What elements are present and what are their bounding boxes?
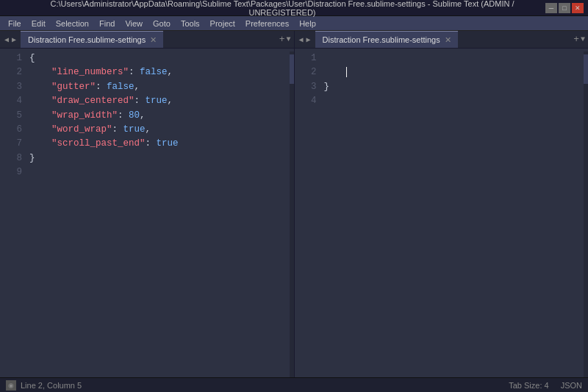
tab-size: Tab Size: 4: [509, 381, 548, 390]
maximize-button[interactable]: □: [559, 3, 570, 13]
menu-item-preferences[interactable]: Preferences: [240, 18, 294, 29]
right-arrow[interactable]: ▶: [10, 35, 18, 44]
status-bar: ◉ Line 2, Column 5 Tab Size: 4 JSON: [0, 377, 588, 392]
token: :: [118, 110, 129, 121]
left-chevron-icon[interactable]: ▼: [286, 35, 290, 43]
left-minimap-visible: [290, 54, 294, 84]
token: "word_wrap": [51, 124, 112, 135]
right-tab-nav: ◀ ▶ Distraction Free.sublime-settings ✕ …: [295, 31, 589, 48]
token: ,: [140, 110, 146, 121]
title-bar: C:\Users\Administrator\AppData\Roaming\S…: [0, 0, 588, 16]
menu-item-view[interactable]: View: [120, 18, 148, 29]
code-line: "gutter": false,: [29, 80, 287, 94]
line-number: 4: [298, 94, 317, 108]
right-minimap-visible: [584, 54, 588, 84]
line-number: 4: [3, 94, 22, 108]
left-tab-nav: ◀ ▶ Distraction Free.sublime-settings ✕ …: [0, 31, 295, 48]
menu-item-help[interactable]: Help: [294, 18, 321, 29]
token: }: [29, 153, 35, 163]
token: ,: [135, 82, 140, 92]
menu-item-file[interactable]: File: [3, 18, 26, 29]
status-icon: ◉: [6, 380, 16, 391]
right-pane-controls: + ▼: [570, 34, 588, 45]
line-number: 3: [298, 80, 317, 94]
code-line: "scroll_past_end": true: [29, 137, 287, 151]
right-nav-arrows[interactable]: ◀ ▶: [295, 35, 315, 44]
status-right: Tab Size: 4 JSON: [509, 381, 582, 390]
token: true: [157, 138, 179, 149]
token: "scroll_past_end": [51, 138, 146, 149]
line-number: 3: [3, 80, 22, 94]
left-nav-arrows[interactable]: ◀ ▶: [0, 35, 21, 44]
right-code-area: 1234 }: [295, 49, 589, 377]
window-title: C:\Users\Administrator\AppData\Roaming\S…: [19, 0, 545, 17]
right-plus-icon[interactable]: +: [573, 34, 579, 45]
token: :: [146, 138, 157, 149]
right-tab-close[interactable]: ✕: [444, 35, 452, 45]
token: false: [107, 82, 135, 92]
right-tab-label: Distraction Free.sublime-settings: [323, 35, 440, 44]
syntax: JSON: [561, 381, 582, 390]
code-line: [29, 165, 287, 179]
left-plus-icon[interactable]: +: [279, 34, 285, 45]
token: {: [29, 53, 35, 63]
menu-item-selection[interactable]: Selection: [51, 18, 94, 29]
left-arrow[interactable]: ◀: [3, 35, 10, 44]
line-number: 1: [298, 51, 317, 65]
code-line: "draw_centered": true,: [29, 94, 287, 108]
menu-bar: FileEditSelectionFindViewGotoToolsProjec…: [0, 16, 588, 31]
tab-bar: ◀ ▶ Distraction Free.sublime-settings ✕ …: [0, 31, 588, 49]
token: :: [135, 96, 146, 106]
menu-item-find[interactable]: Find: [94, 18, 120, 29]
code-line: "word_wrap": true,: [29, 123, 287, 137]
right-line-numbers: 1234: [295, 51, 321, 377]
left-code-content[interactable]: { "line_numbers": false, "gutter": false…: [26, 51, 290, 377]
left-editor-pane[interactable]: 123456789 { "line_numbers": false, "gutt…: [0, 49, 295, 377]
token: "draw_centered": [51, 96, 135, 106]
code-line: {: [29, 51, 287, 65]
token: :: [112, 124, 123, 135]
left-minimap: [290, 51, 294, 377]
token: "wrap_width": [51, 110, 118, 121]
right-minimap: [584, 51, 588, 377]
code-line: "line_numbers": false,: [29, 65, 287, 79]
menu-item-edit[interactable]: Edit: [26, 18, 51, 29]
menu-item-tools[interactable]: Tools: [176, 18, 205, 29]
left-tab-close[interactable]: ✕: [149, 35, 157, 45]
right-left-arrow[interactable]: ◀: [298, 35, 305, 44]
minimize-button[interactable]: ─: [545, 3, 557, 13]
left-line-numbers: 123456789: [0, 51, 26, 377]
line-number: 2: [3, 65, 22, 79]
token: "line_numbers": [51, 67, 129, 77]
text-cursor: [346, 67, 347, 77]
code-line: }: [324, 80, 581, 94]
right-chevron-icon[interactable]: ▼: [581, 35, 585, 43]
line-number: 6: [3, 123, 22, 137]
close-button[interactable]: ✕: [572, 3, 584, 13]
line-number: 7: [3, 137, 22, 151]
menu-item-goto[interactable]: Goto: [148, 18, 176, 29]
token: true: [123, 124, 146, 135]
line-number: 9: [3, 165, 22, 179]
token: }: [324, 82, 330, 92]
right-editor-pane[interactable]: 1234 }: [295, 49, 589, 377]
token: false: [140, 67, 168, 77]
token: "gutter": [51, 82, 96, 92]
token: 80: [129, 110, 140, 121]
left-code-area: 123456789 { "line_numbers": false, "gutt…: [0, 49, 294, 377]
token: :: [129, 67, 140, 77]
menu-item-project[interactable]: Project: [205, 18, 240, 29]
right-right-arrow[interactable]: ▶: [305, 35, 312, 44]
left-tab-label: Distraction Free.sublime-settings: [28, 35, 146, 44]
cursor-position: Line 2, Column 5: [21, 381, 82, 390]
left-tab-active[interactable]: Distraction Free.sublime-settings ✕: [21, 31, 163, 48]
token: true: [146, 96, 168, 106]
token: ,: [146, 124, 151, 135]
token: ,: [168, 67, 173, 77]
code-line: [324, 51, 581, 65]
window-controls: ─ □ ✕: [545, 3, 584, 13]
status-left: ◉ Line 2, Column 5: [6, 380, 82, 391]
line-number: 8: [3, 152, 22, 165]
right-tab-active[interactable]: Distraction Free.sublime-settings ✕: [315, 31, 458, 48]
right-code-content[interactable]: }: [321, 51, 584, 377]
